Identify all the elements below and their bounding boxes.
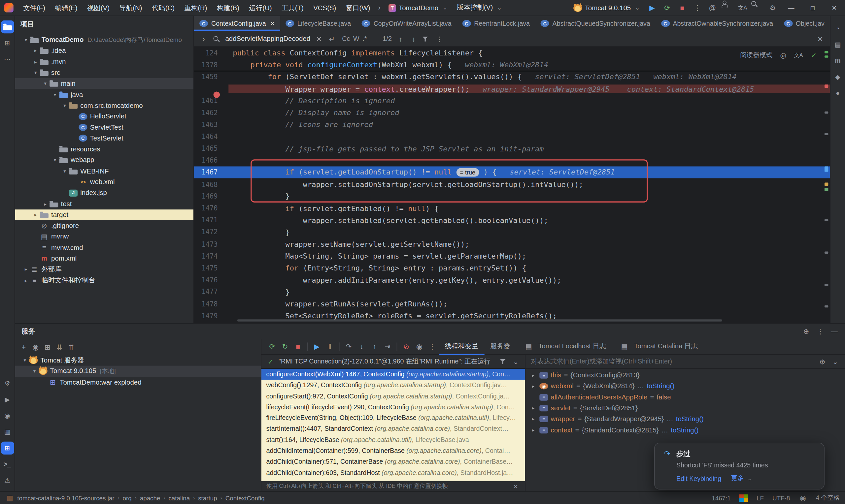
variable-row[interactable]: ▸≡context = {StandardContext@2815} … toS… bbox=[526, 425, 845, 435]
chevron-right-icon[interactable]: ▸ bbox=[530, 384, 537, 389]
add-icon[interactable]: + bbox=[19, 342, 28, 351]
debug-tab[interactable]: 服务器 bbox=[484, 338, 516, 355]
hide-icon[interactable]: — bbox=[830, 327, 839, 336]
step-into-button[interactable]: ↓ bbox=[355, 340, 368, 353]
code-line[interactable]: 1468 wrapper.setLoadOnStartup(servlet.ge… bbox=[194, 178, 830, 190]
code-line[interactable]: 1477 } bbox=[194, 286, 830, 298]
search-toggle[interactable]: Cc bbox=[340, 34, 352, 43]
maximize-button[interactable]: □ bbox=[802, 0, 823, 16]
tostring-link[interactable]: toString() bbox=[671, 426, 699, 434]
code-line[interactable]: 1478 wrapper.setRunAs(servlet.getRunAs()… bbox=[194, 298, 830, 310]
tree-item[interactable]: ▾TomcatDemoD:\JavaCode\内存马\TomcatDemo bbox=[15, 34, 193, 45]
variable-row[interactable]: ▸≡this = {ContextConfig@2813} bbox=[526, 370, 845, 381]
editor-tab[interactable]: CContextConfig.java✕ bbox=[194, 16, 280, 31]
debug-tab[interactable]: 线程和变量 bbox=[439, 338, 484, 355]
ai-assistant-icon[interactable]: ● bbox=[831, 87, 844, 100]
show-icon[interactable]: ◉ bbox=[31, 342, 40, 351]
translate-icon[interactable]: 文A bbox=[794, 51, 803, 59]
user-icon[interactable] bbox=[720, 0, 735, 16]
encoding-indicator[interactable]: UTF-8 bbox=[772, 495, 790, 501]
update-app-button[interactable]: ↻ bbox=[279, 340, 292, 353]
notifications-icon[interactable]: ◔ bbox=[831, 22, 844, 35]
evaluate-expression-input[interactable]: 对表达式求值(Enter)或添加监视(Ctrl+Shift+Enter) ⊕ ⌄ bbox=[526, 355, 845, 369]
thread-selector[interactable]: ✓ "RMI TCP Connection(2)-127.0.0.1"@1,96… bbox=[261, 355, 525, 369]
tree-item[interactable]: ▾com.src.tomcatdemo bbox=[15, 100, 193, 111]
line-number[interactable]: 124 bbox=[194, 49, 228, 57]
chevron-down-icon[interactable]: ▾ bbox=[60, 168, 69, 174]
tree-item[interactable]: ▾src bbox=[15, 67, 193, 78]
project-icon[interactable] bbox=[1, 20, 14, 33]
more-vertical-icon[interactable]: ⋮ bbox=[435, 34, 444, 43]
tree-item[interactable]: resources bbox=[15, 144, 193, 155]
tree-item[interactable]: CTestServlet bbox=[15, 133, 193, 144]
stack-frame[interactable]: fireLifecycleEvent(String, Object):109, … bbox=[261, 413, 525, 424]
more-link[interactable]: 更多 ⌄ bbox=[731, 474, 752, 483]
chevron-down-icon[interactable]: ▾ bbox=[51, 157, 59, 163]
line-number[interactable]: 1467 bbox=[194, 168, 228, 176]
close-icon[interactable]: ✕ bbox=[816, 34, 825, 43]
code-line[interactable]: 1473 wrapper.setName(servlet.getServletN… bbox=[194, 238, 830, 250]
tree-item[interactable]: mpom.xml bbox=[15, 253, 193, 264]
breadcrumb-item[interactable]: catalina bbox=[168, 495, 190, 501]
code-line[interactable]: 124public class ContextConfig implements… bbox=[194, 47, 830, 59]
stack-frame[interactable]: lifecycleEvent(LifecycleEvent):290, Cont… bbox=[261, 402, 525, 413]
tree-item[interactable]: ≡mvnw.cmd bbox=[15, 242, 193, 253]
stack-frame[interactable]: start():164, LifecycleBase (org.apache.c… bbox=[261, 434, 525, 445]
code-line[interactable]: 1461 // Description is ignored bbox=[194, 95, 830, 107]
variable-row[interactable]: ▸◉webxml = {WebXml@2814} … toString() bbox=[526, 381, 845, 392]
code-line[interactable]: 1466 bbox=[194, 155, 830, 166]
caret-position[interactable]: 1467:1 bbox=[712, 495, 730, 501]
maven-icon[interactable]: m bbox=[831, 54, 844, 67]
line-number[interactable]: 1478 bbox=[194, 300, 228, 308]
line-number[interactable]: 1472 bbox=[194, 228, 228, 236]
line-number[interactable]: 1469 bbox=[194, 192, 228, 200]
search-toggle[interactable]: .* bbox=[361, 34, 368, 43]
chevron-down-icon[interactable]: ▾ bbox=[51, 92, 59, 97]
mute-breakpoints-button[interactable]: ⊘ bbox=[400, 340, 412, 353]
code-line[interactable]: 1459 for (ServletDef servlet : webxml.ge… bbox=[194, 71, 830, 83]
tree-item[interactable]: ▾webapp bbox=[15, 155, 193, 166]
chevron-down-icon[interactable]: ▾ bbox=[60, 103, 69, 108]
line-number[interactable]: 1473 bbox=[194, 240, 228, 248]
breadcrumb-item[interactable]: apache bbox=[140, 495, 160, 501]
dependencies-icon[interactable]: ▦ bbox=[1, 426, 14, 438]
clear-icon[interactable]: ✕ bbox=[315, 34, 323, 43]
code-line[interactable]: 1469 } bbox=[194, 190, 830, 202]
chevron-right-icon[interactable]: ▸ bbox=[530, 406, 537, 411]
menu-item[interactable]: 视图(V) bbox=[82, 4, 114, 12]
stack-frame[interactable]: addChildInternal(Container):599, Contain… bbox=[261, 445, 525, 456]
menu-item[interactable]: 构建(B) bbox=[212, 4, 244, 12]
pause-button[interactable]: ‖ bbox=[323, 340, 336, 353]
line-number[interactable]: 1378 bbox=[194, 61, 228, 69]
chevron-right-icon[interactable]: ▸ bbox=[21, 278, 30, 283]
tree-item[interactable]: ▾main bbox=[15, 78, 193, 89]
chevron-down-icon[interactable]: ▾ bbox=[30, 368, 39, 374]
line-number[interactable]: 1468 bbox=[194, 180, 228, 188]
code-line[interactable]: 1463 // Icons are ignored bbox=[194, 119, 830, 130]
line-number[interactable]: 1459 bbox=[194, 73, 228, 80]
search-input[interactable]: addServletMappingDecoded bbox=[225, 35, 310, 42]
chevron-down-icon[interactable]: ⌄ bbox=[831, 357, 840, 366]
at-icon[interactable]: @ bbox=[705, 0, 720, 16]
editor-tab[interactable]: CObject.jav bbox=[779, 16, 830, 31]
menu-item[interactable]: 重构(R) bbox=[179, 4, 212, 12]
menu-item[interactable]: 运行(U) bbox=[244, 4, 277, 12]
more-horizontal-icon[interactable]: ⋯ bbox=[1, 53, 14, 66]
stack-frame[interactable]: startInternal():4407, StandardContext (o… bbox=[261, 424, 525, 434]
settings-icon[interactable]: ⚙ bbox=[765, 0, 780, 16]
debug-tab[interactable]: ▤Tomcat Catalina 日志 bbox=[612, 338, 704, 355]
tree-item[interactable]: ⊞TomcatDemo:war exploded bbox=[15, 377, 261, 388]
line-number[interactable]: 1474 bbox=[194, 252, 228, 260]
chevron-down-icon[interactable]: ▾ bbox=[20, 358, 29, 363]
code-line[interactable]: 1471 wrapper.setEnabled(servlet.getEnabl… bbox=[194, 214, 830, 226]
chevron-right-icon[interactable]: › bbox=[199, 34, 208, 43]
code-line[interactable]: 1465 // jsp-file gets passed to the JSP … bbox=[194, 143, 830, 155]
menu-item[interactable]: 代码(C) bbox=[147, 4, 179, 12]
variable-row[interactable]: ▸≡wrapper = {StandardWrapper@2945} … toS… bbox=[526, 414, 845, 425]
tree-item[interactable]: ⊘.gitignore bbox=[15, 220, 193, 231]
line-ending-indicator[interactable]: LF bbox=[757, 495, 764, 501]
collapse-all-icon[interactable]: ⇈ bbox=[67, 342, 75, 351]
chevron-right-icon[interactable]: ▸ bbox=[530, 428, 537, 433]
services-icon[interactable]: ⊞ bbox=[1, 442, 14, 454]
line-number[interactable]: 1461 bbox=[194, 97, 228, 105]
